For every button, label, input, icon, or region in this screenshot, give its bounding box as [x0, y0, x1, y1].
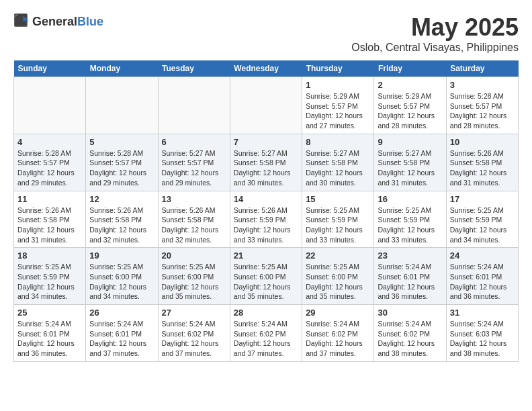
cell-info: Sunrise: 5:26 AM Sunset: 5:59 PM Dayligh…: [234, 205, 298, 245]
calendar-cell: 25Sunrise: 5:24 AM Sunset: 6:01 PM Dayli…: [14, 305, 86, 362]
cell-info: Sunrise: 5:27 AM Sunset: 5:58 PM Dayligh…: [378, 148, 442, 188]
calendar-cell: 16Sunrise: 5:25 AM Sunset: 5:59 PM Dayli…: [374, 191, 446, 248]
date-number: 30: [378, 308, 442, 318]
calendar-cell: [86, 77, 158, 134]
date-number: 7: [234, 137, 298, 147]
calendar-cell: 17Sunrise: 5:25 AM Sunset: 5:59 PM Dayli…: [446, 191, 518, 248]
cell-info: Sunrise: 5:25 AM Sunset: 5:59 PM Dayligh…: [378, 205, 442, 245]
cell-info: Sunrise: 5:24 AM Sunset: 6:02 PM Dayligh…: [162, 319, 226, 359]
cell-info: Sunrise: 5:27 AM Sunset: 5:57 PM Dayligh…: [162, 148, 226, 188]
date-number: 20: [162, 250, 226, 261]
calendar-cell: 4Sunrise: 5:28 AM Sunset: 5:57 PM Daylig…: [14, 134, 86, 191]
date-number: 14: [234, 194, 298, 204]
logo-general: General: [32, 15, 77, 28]
day-header-wednesday: Wednesday: [230, 60, 302, 77]
cell-info: Sunrise: 5:29 AM Sunset: 5:57 PM Dayligh…: [306, 91, 370, 131]
calendar-cell: 1Sunrise: 5:29 AM Sunset: 5:57 PM Daylig…: [302, 77, 374, 134]
date-number: 12: [89, 194, 154, 204]
cell-info: Sunrise: 5:24 AM Sunset: 6:01 PM Dayligh…: [17, 319, 82, 359]
cell-info: Sunrise: 5:25 AM Sunset: 6:00 PM Dayligh…: [234, 262, 298, 302]
main-title: May 2025: [351, 13, 519, 42]
cell-info: Sunrise: 5:24 AM Sunset: 6:01 PM Dayligh…: [450, 262, 515, 302]
date-number: 8: [306, 137, 370, 147]
calendar-cell: 21Sunrise: 5:25 AM Sunset: 6:00 PM Dayli…: [230, 248, 302, 305]
week-row-4: 18Sunrise: 5:25 AM Sunset: 5:59 PM Dayli…: [14, 248, 519, 305]
week-row-5: 25Sunrise: 5:24 AM Sunset: 6:01 PM Dayli…: [14, 305, 519, 362]
date-number: 13: [162, 194, 226, 204]
calendar-cell: 8Sunrise: 5:27 AM Sunset: 5:58 PM Daylig…: [302, 134, 374, 191]
cell-info: Sunrise: 5:26 AM Sunset: 5:58 PM Dayligh…: [162, 205, 226, 245]
cell-info: Sunrise: 5:25 AM Sunset: 5:59 PM Dayligh…: [306, 205, 370, 245]
day-header-sunday: Sunday: [14, 60, 86, 77]
calendar-cell: 30Sunrise: 5:24 AM Sunset: 6:02 PM Dayli…: [374, 305, 446, 362]
day-header-thursday: Thursday: [302, 60, 374, 77]
calendar-cell: 2Sunrise: 5:29 AM Sunset: 5:57 PM Daylig…: [374, 77, 446, 134]
date-number: 21: [234, 250, 298, 261]
calendar-cell: 11Sunrise: 5:26 AM Sunset: 5:58 PM Dayli…: [14, 191, 86, 248]
calendar-cell: 10Sunrise: 5:26 AM Sunset: 5:58 PM Dayli…: [446, 134, 518, 191]
date-number: 10: [450, 137, 515, 147]
cell-info: Sunrise: 5:25 AM Sunset: 6:00 PM Dayligh…: [162, 262, 226, 302]
calendar-cell: 9Sunrise: 5:27 AM Sunset: 5:58 PM Daylig…: [374, 134, 446, 191]
cell-info: Sunrise: 5:28 AM Sunset: 5:57 PM Dayligh…: [450, 91, 515, 131]
week-row-3: 11Sunrise: 5:26 AM Sunset: 5:58 PM Dayli…: [14, 191, 519, 248]
calendar-cell: [230, 77, 302, 134]
calendar-table: SundayMondayTuesdayWednesdayThursdayFrid…: [13, 60, 519, 362]
cell-info: Sunrise: 5:24 AM Sunset: 6:02 PM Dayligh…: [378, 319, 442, 359]
calendar-cell: 20Sunrise: 5:25 AM Sunset: 6:00 PM Dayli…: [158, 248, 230, 305]
calendar-cell: 18Sunrise: 5:25 AM Sunset: 5:59 PM Dayli…: [14, 248, 86, 305]
calendar-cell: 19Sunrise: 5:25 AM Sunset: 6:00 PM Dayli…: [86, 248, 158, 305]
date-number: 27: [162, 308, 226, 318]
cell-info: Sunrise: 5:26 AM Sunset: 5:58 PM Dayligh…: [450, 148, 515, 188]
calendar-cell: 14Sunrise: 5:26 AM Sunset: 5:59 PM Dayli…: [230, 191, 302, 248]
day-header-monday: Monday: [86, 60, 158, 77]
day-header-friday: Friday: [374, 60, 446, 77]
calendar-cell: 26Sunrise: 5:24 AM Sunset: 6:01 PM Dayli…: [86, 305, 158, 362]
cell-info: Sunrise: 5:24 AM Sunset: 6:01 PM Dayligh…: [378, 262, 442, 302]
calendar-cell: 12Sunrise: 5:26 AM Sunset: 5:58 PM Dayli…: [86, 191, 158, 248]
calendar-cell: 13Sunrise: 5:26 AM Sunset: 5:58 PM Dayli…: [158, 191, 230, 248]
logo: ⬛ GeneralBlue: [13, 13, 103, 30]
date-number: 15: [306, 194, 370, 204]
date-number: 16: [378, 194, 442, 204]
cell-info: Sunrise: 5:26 AM Sunset: 5:58 PM Dayligh…: [17, 205, 82, 245]
date-number: 18: [17, 250, 82, 261]
title-area: May 2025 Oslob, Central Visayas, Philipp…: [351, 13, 519, 54]
calendar-cell: 31Sunrise: 5:24 AM Sunset: 6:03 PM Dayli…: [446, 305, 518, 362]
cell-info: Sunrise: 5:24 AM Sunset: 6:03 PM Dayligh…: [450, 319, 515, 359]
calendar-cell: 24Sunrise: 5:24 AM Sunset: 6:01 PM Dayli…: [446, 248, 518, 305]
cell-info: Sunrise: 5:24 AM Sunset: 6:01 PM Dayligh…: [89, 319, 154, 359]
cell-info: Sunrise: 5:24 AM Sunset: 6:02 PM Dayligh…: [306, 319, 370, 359]
date-number: 17: [450, 194, 515, 204]
cell-info: Sunrise: 5:27 AM Sunset: 5:58 PM Dayligh…: [234, 148, 298, 188]
day-header-saturday: Saturday: [446, 60, 518, 77]
date-number: 19: [89, 250, 154, 261]
week-row-1: 1Sunrise: 5:29 AM Sunset: 5:57 PM Daylig…: [14, 77, 519, 134]
page-header: ⬛ GeneralBlue May 2025 Oslob, Central Vi…: [13, 13, 519, 54]
date-number: 29: [306, 308, 370, 318]
cell-info: Sunrise: 5:24 AM Sunset: 6:02 PM Dayligh…: [234, 319, 298, 359]
day-header-tuesday: Tuesday: [158, 60, 230, 77]
cell-info: Sunrise: 5:25 AM Sunset: 5:59 PM Dayligh…: [450, 205, 515, 245]
calendar-cell: 15Sunrise: 5:25 AM Sunset: 5:59 PM Dayli…: [302, 191, 374, 248]
date-number: 1: [306, 80, 370, 90]
calendar-cell: 22Sunrise: 5:25 AM Sunset: 6:00 PM Dayli…: [302, 248, 374, 305]
date-number: 28: [234, 308, 298, 318]
date-number: 23: [378, 250, 442, 261]
calendar-cell: 27Sunrise: 5:24 AM Sunset: 6:02 PM Dayli…: [158, 305, 230, 362]
date-number: 11: [17, 194, 82, 204]
date-number: 9: [378, 137, 442, 147]
date-number: 31: [450, 308, 515, 318]
date-number: 22: [306, 250, 370, 261]
week-row-2: 4Sunrise: 5:28 AM Sunset: 5:57 PM Daylig…: [14, 134, 519, 191]
cell-info: Sunrise: 5:26 AM Sunset: 5:58 PM Dayligh…: [89, 205, 154, 245]
calendar-cell: 7Sunrise: 5:27 AM Sunset: 5:58 PM Daylig…: [230, 134, 302, 191]
calendar-cell: [158, 77, 230, 134]
calendar-cell: 28Sunrise: 5:24 AM Sunset: 6:02 PM Dayli…: [230, 305, 302, 362]
cell-info: Sunrise: 5:28 AM Sunset: 5:57 PM Dayligh…: [17, 148, 82, 188]
calendar-cell: 5Sunrise: 5:28 AM Sunset: 5:57 PM Daylig…: [86, 134, 158, 191]
date-number: 26: [89, 308, 154, 318]
date-number: 4: [17, 137, 82, 147]
subtitle: Oslob, Central Visayas, Philippines: [351, 42, 519, 54]
date-number: 5: [89, 137, 154, 147]
